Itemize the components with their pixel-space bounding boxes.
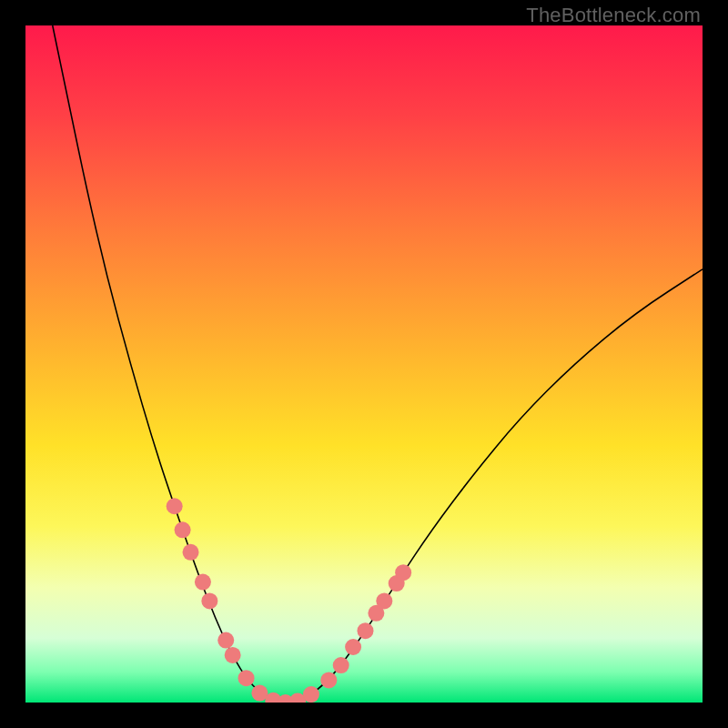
chart-frame: TheBottleneck.com	[0, 0, 728, 728]
highlight-dots	[167, 498, 411, 703]
highlight-dot	[225, 647, 241, 663]
highlight-dot	[195, 574, 211, 591]
highlight-dot	[201, 592, 217, 609]
highlight-dot	[395, 564, 411, 581]
highlight-dot	[320, 672, 337, 688]
watermark-text: TheBottleneck.com	[526, 4, 701, 27]
highlight-dot	[333, 657, 349, 673]
highlight-dot	[303, 686, 319, 703]
highlight-dot	[238, 670, 255, 686]
highlight-dot	[376, 592, 392, 609]
curve-layer	[25, 25, 703, 703]
highlight-dot	[345, 639, 361, 655]
highlight-dot	[167, 498, 183, 514]
plot-area	[25, 25, 703, 703]
highlight-dot	[357, 622, 373, 639]
highlight-dot	[175, 521, 191, 538]
highlight-dot	[183, 544, 199, 561]
highlight-dot	[217, 632, 234, 649]
